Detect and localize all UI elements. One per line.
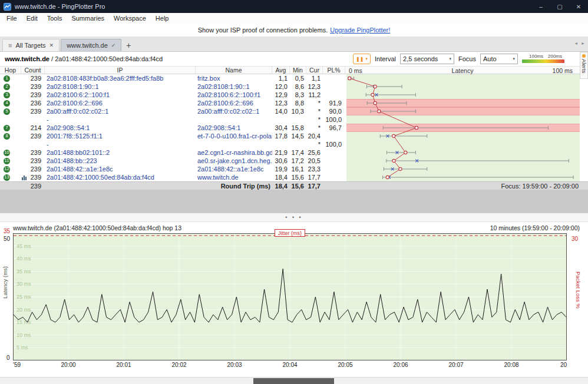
app-icon — [4, 3, 11, 11]
ip-cell: - — [45, 115, 196, 124]
timeline-scrollbar[interactable] — [0, 377, 588, 384]
pause-button[interactable]: ❚❚ ▾ — [353, 54, 371, 64]
svg-text:10 ms: 10 ms — [16, 332, 31, 338]
svg-text:15 ms: 15 ms — [16, 319, 31, 325]
tab-scroll-right-icon[interactable]: ► — [581, 41, 585, 45]
svg-text:20 ms: 20 ms — [16, 307, 31, 313]
min-cell — [290, 115, 306, 124]
packet-loss-cell — [323, 157, 345, 165]
count-value: 214 — [31, 124, 41, 131]
header-ip[interactable]: IP — [45, 67, 196, 74]
packet-loss-cell: 100,0 — [323, 140, 345, 148]
header-cur[interactable]: Cur — [306, 67, 323, 74]
ip-cell: 2a00:afff:0:c02:c02::1 — [45, 107, 196, 115]
min-cell: 16,1 — [290, 165, 306, 173]
hop-cell: 8 — [0, 132, 21, 140]
legend-200ms-label: 200ms — [548, 54, 562, 59]
menu-item-file[interactable]: File — [2, 14, 22, 22]
header-avg[interactable]: Avg — [272, 67, 290, 74]
min-cell: 0,5 — [290, 74, 306, 82]
maximize-button[interactable]: ▢ — [550, 0, 569, 13]
cur-cell: 20,5 — [306, 157, 323, 165]
focus-range-label: Focus: 19:59:00 - 20:09:00 — [323, 183, 588, 190]
notice-bar: Show your ISP proof of connection proble… — [0, 24, 588, 37]
tab-all-targets[interactable]: ≡ All Targets ✕ — [2, 39, 60, 51]
count-value: 239 — [31, 108, 41, 115]
cur-cell: 20,4 — [306, 132, 323, 140]
scrollbar-handle[interactable] — [253, 378, 334, 384]
tab-www-twitch-de[interactable]: www.twitch.de ✓ — [61, 39, 121, 51]
target-host: www.twitch.de — [5, 55, 49, 62]
target-ip: 2a01:488:42:1000:50ed:84ab:da:f4cd — [55, 55, 163, 62]
round-trip-cur: 17,7 — [306, 183, 323, 190]
avg-cell: 21,9 — [272, 148, 290, 157]
name-cell: 2a00:afff:0:c02:c02::1 — [196, 107, 272, 115]
svg-text:45 ms: 45 ms — [16, 243, 31, 249]
header-min[interactable]: Min — [290, 67, 306, 74]
timeline-title: www.twitch.de (2a01:488:42:1000:50ed:84a… — [13, 224, 181, 231]
new-tab-button[interactable]: + — [123, 39, 134, 51]
latency-axis-top: 50 — [4, 236, 10, 242]
splitter-handle[interactable]: • • • — [285, 214, 302, 220]
notice-text: Show your ISP proof of connection proble… — [198, 27, 328, 34]
interval-value: 2,5 seconds — [403, 55, 438, 62]
packet-loss-cell: 100,0 — [323, 115, 345, 124]
ip-cell: 2a01:488:42:1000:50ed:84ab:da:f4cd — [45, 173, 196, 181]
menu-item-help[interactable]: Help — [151, 14, 174, 22]
avg-cell: 30,4 — [272, 124, 290, 132]
header-count[interactable]: Count — [21, 67, 45, 74]
upper-pane-filler — [0, 190, 588, 213]
hop-cell: 2 — [0, 82, 21, 91]
cur-cell: 25,6 — [306, 148, 323, 157]
round-trip-min: 15,6 — [290, 183, 306, 190]
cur-cell: 23,3 — [306, 165, 323, 173]
interval-select[interactable]: 2,5 seconds ▾ — [400, 54, 454, 64]
tab-scroll-left-icon[interactable]: ◄ — [574, 41, 578, 45]
avg-cell: 12,3 — [272, 99, 290, 107]
name-cell: ae0.sr-jake.cgn1.dcn.heg.com — [196, 157, 272, 165]
focus-select[interactable]: Auto ▾ — [480, 54, 518, 64]
hop-cell: 3 — [0, 91, 21, 99]
close-button[interactable]: ✕ — [569, 0, 588, 13]
ip-cell: 2a01:488:bb02:101::2 — [45, 148, 196, 157]
x-tick: 20:01 — [116, 362, 131, 368]
tab-check-icon: ✓ — [111, 42, 116, 48]
alerts-side-tab[interactable]: Alerts — [580, 52, 588, 79]
x-tick: 20:06 — [393, 362, 408, 368]
header-hop[interactable]: Hop — [0, 67, 21, 74]
x-tick: 20:00 — [61, 362, 75, 368]
window-controls: – ▢ ✕ — [531, 0, 588, 13]
latency-axis-label: Latency (ms) — [2, 266, 8, 299]
min-cell: 14,5 — [290, 132, 306, 140]
tab-close-icon[interactable]: ✕ — [49, 42, 54, 48]
avg-cell: 12,9 — [272, 91, 290, 99]
name-cell — [196, 115, 272, 124]
trace-table-header: Hop Count IP Name Avg Min Cur PL% 0 ms L… — [0, 66, 588, 74]
header-pl[interactable]: PL% — [323, 67, 345, 74]
hop-number-badge: 7 — [4, 125, 10, 131]
packet-loss-axis-max: 30 — [572, 236, 578, 242]
menu-item-tools[interactable]: Tools — [42, 14, 67, 22]
hop-number-badge: 3 — [4, 92, 10, 98]
timeline-chart-svg: 45 ms40 ms35 ms30 ms25 ms20 ms15 ms10 ms… — [13, 233, 567, 360]
menu-item-summaries[interactable]: Summaries — [67, 14, 109, 22]
minimize-button[interactable]: – — [531, 0, 550, 13]
count-value: 239 — [31, 174, 41, 181]
ip-cell: 2a02:8108:483f:b0a8:3ea6:2fff:fed5:fa8b — [45, 74, 196, 82]
count-value: 239 — [31, 83, 41, 90]
latency-axis-bottom: 0 — [6, 355, 10, 361]
packet-loss-cell — [323, 165, 345, 173]
latency-axis-max: 100 ms — [553, 67, 573, 74]
menu-item-workspace[interactable]: Workspace — [109, 14, 151, 22]
hop-number-badge: 13 — [4, 174, 10, 181]
chevron-down-icon: ▾ — [365, 57, 368, 61]
pane-splitter[interactable]: • • • — [0, 213, 588, 222]
avg-cell: 1,1 — [272, 74, 290, 82]
menu-item-edit[interactable]: Edit — [22, 14, 42, 22]
window-title: www.twitch.de - PingPlotter Pro — [15, 3, 105, 10]
upgrade-link[interactable]: Upgrade PingPlotter! — [330, 27, 390, 34]
header-name[interactable]: Name — [196, 67, 272, 74]
pingplotter-window: www.twitch.de - PingPlotter Pro – ▢ ✕ Fi… — [0, 0, 588, 384]
avg-cell: 14,0 — [272, 107, 290, 115]
packet-loss-cell: 90,0 — [323, 107, 345, 115]
